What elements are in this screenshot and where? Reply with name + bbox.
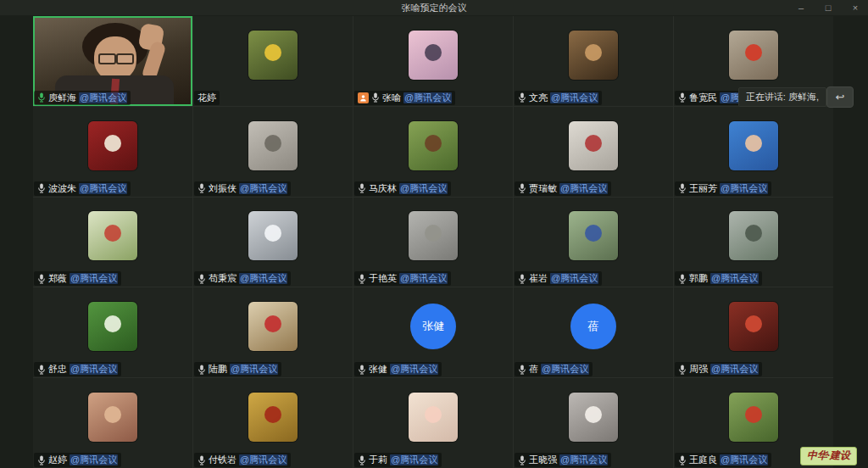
participant-label: 文亮@腾讯会议 bbox=[515, 91, 602, 105]
participant-label: 舒忠@腾讯会议 bbox=[34, 362, 121, 376]
participant-tile[interactable]: 蓓蓓@腾讯会议 bbox=[514, 287, 673, 377]
avatar-accent bbox=[585, 406, 602, 423]
participant-label: 刘振侠@腾讯会议 bbox=[194, 181, 291, 196]
microphone-icon bbox=[518, 92, 526, 103]
participant-tile[interactable]: 郭鹏@腾讯会议 bbox=[674, 198, 833, 287]
participant-suffix: @腾讯会议 bbox=[710, 273, 759, 284]
participant-tile[interactable]: 赵婷@腾讯会议 bbox=[33, 378, 192, 468]
participant-name: 蓓 bbox=[529, 364, 538, 375]
participant-name: 庾鲜海 bbox=[48, 92, 76, 103]
speaking-toast: 正在讲话: 庾鲜海, bbox=[738, 87, 826, 107]
participant-suffix: @腾讯会议 bbox=[399, 273, 448, 284]
participant-suffix: @腾讯会议 bbox=[230, 364, 278, 375]
participant-suffix: @腾讯会议 bbox=[399, 183, 448, 194]
participant-label: 张健@腾讯会议 bbox=[354, 362, 442, 376]
close-button[interactable]: × bbox=[849, 0, 861, 15]
participant-tile[interactable]: 王丽芳@腾讯会议 bbox=[674, 107, 833, 197]
participant-suffix: @腾讯会议 bbox=[550, 273, 598, 284]
avatar: 蓓 bbox=[570, 304, 616, 349]
participant-name: 王丽芳 bbox=[689, 183, 717, 194]
participant-tile[interactable]: 陆鹏@腾讯会议 bbox=[193, 287, 353, 377]
avatar bbox=[88, 121, 137, 170]
participant-suffix: @腾讯会议 bbox=[70, 273, 118, 284]
avatar bbox=[729, 31, 778, 80]
avatar-accent bbox=[745, 315, 762, 332]
participant-tile[interactable]: 张喻@腾讯会议 bbox=[353, 16, 513, 106]
microphone-icon bbox=[678, 183, 687, 193]
microphone-icon bbox=[37, 274, 46, 284]
minimize-button[interactable]: – bbox=[795, 0, 807, 15]
avatar bbox=[409, 31, 458, 80]
participant-tile[interactable]: 文亮@腾讯会议 bbox=[514, 16, 673, 106]
participant-name: 赵婷 bbox=[48, 454, 67, 465]
participant-tile[interactable]: 苟秉宸@腾讯会议 bbox=[193, 198, 353, 287]
participant-name: 张健 bbox=[369, 364, 387, 375]
participant-name: 付铁岩 bbox=[209, 454, 236, 465]
participant-tile[interactable]: 周强@腾讯会议 bbox=[674, 287, 833, 377]
participant-suffix: @腾讯会议 bbox=[239, 454, 287, 465]
participant-suffix: @腾讯会议 bbox=[79, 92, 127, 103]
avatar bbox=[729, 393, 778, 442]
participant-name: 刘振侠 bbox=[209, 183, 236, 194]
participant-label: 陆鹏@腾讯会议 bbox=[194, 362, 281, 376]
participant-label: 王晓强@腾讯会议 bbox=[515, 453, 611, 467]
participant-tile[interactable]: 崔岩@腾讯会议 bbox=[514, 198, 673, 287]
participant-tile[interactable]: 花婷 bbox=[193, 16, 353, 106]
avatar-accent bbox=[264, 44, 281, 61]
participant-tile[interactable]: 波波朱@腾讯会议 bbox=[33, 107, 192, 197]
participant-suffix: @腾讯会议 bbox=[720, 183, 768, 194]
avatar-accent bbox=[425, 406, 442, 423]
maximize-button[interactable]: □ bbox=[822, 0, 834, 15]
participant-tile[interactable]: 付铁岩@腾讯会议 bbox=[193, 378, 353, 468]
avatar-accent bbox=[745, 44, 762, 61]
title-bar: 张喻预定的会议 – □ × bbox=[0, 0, 868, 15]
participant-name: 苟秉宸 bbox=[209, 273, 236, 284]
meeting-stage: 庾鲜海@腾讯会议花婷张喻@腾讯会议文亮@腾讯会议鲁宽民@腾讯会议波波朱@腾讯会议… bbox=[0, 15, 868, 468]
participant-label: 周强@腾讯会议 bbox=[675, 362, 762, 376]
participant-label: 花婷 bbox=[194, 91, 220, 105]
participant-tile[interactable]: 张健张健@腾讯会议 bbox=[353, 287, 513, 377]
participant-name: 波波朱 bbox=[48, 183, 76, 194]
window-title: 张喻预定的会议 bbox=[402, 2, 467, 14]
avatar-accent bbox=[104, 315, 121, 332]
microphone-icon bbox=[358, 183, 366, 193]
participant-tile[interactable]: 于艳英@腾讯会议 bbox=[353, 198, 513, 287]
participant-label: 赵婷@腾讯会议 bbox=[34, 453, 121, 467]
avatar-accent bbox=[585, 135, 602, 152]
avatar bbox=[88, 211, 137, 260]
return-arrow-icon: ↩ bbox=[836, 91, 845, 103]
participant-suffix: @腾讯会议 bbox=[559, 454, 608, 465]
participant-tile[interactable]: 马庆林@腾讯会议 bbox=[353, 107, 513, 197]
meeting-window: 张喻预定的会议 – □ × 庾鲜海@腾讯会议花婷张喻@腾讯会议文亮@腾讯会议鲁宽… bbox=[0, 0, 868, 468]
participant-suffix: @腾讯会议 bbox=[720, 454, 768, 465]
participant-tile[interactable]: 贾瑞敏@腾讯会议 bbox=[514, 107, 673, 197]
microphone-icon bbox=[198, 274, 206, 284]
microphone-icon bbox=[358, 455, 366, 465]
avatar-accent bbox=[104, 406, 121, 423]
participant-tile[interactable]: 于莉@腾讯会议 bbox=[353, 378, 513, 468]
participant-label: 郑薇@腾讯会议 bbox=[34, 271, 121, 286]
participant-suffix: @腾讯会议 bbox=[710, 364, 759, 375]
avatar bbox=[248, 393, 298, 442]
participant-tile[interactable]: 刘振侠@腾讯会议 bbox=[193, 107, 353, 197]
avatar bbox=[248, 31, 298, 80]
participant-name: 贾瑞敏 bbox=[529, 183, 557, 194]
participant-label: 郭鹏@腾讯会议 bbox=[675, 271, 762, 286]
avatar-accent bbox=[264, 406, 281, 423]
microphone-icon bbox=[358, 274, 366, 284]
microphone-icon bbox=[198, 455, 206, 465]
return-arrow-button[interactable]: ↩ bbox=[826, 86, 854, 108]
participant-tile[interactable]: 庾鲜海@腾讯会议 bbox=[33, 16, 192, 106]
participant-tile[interactable]: 郑薇@腾讯会议 bbox=[33, 198, 192, 287]
participant-name: 王庭良 bbox=[689, 454, 717, 465]
participant-tile[interactable]: 王晓强@腾讯会议 bbox=[514, 378, 673, 468]
participant-grid: 庾鲜海@腾讯会议花婷张喻@腾讯会议文亮@腾讯会议鲁宽民@腾讯会议波波朱@腾讯会议… bbox=[33, 16, 833, 468]
microphone-icon bbox=[37, 183, 46, 193]
participant-tile[interactable]: 舒忠@腾讯会议 bbox=[33, 287, 192, 377]
participant-label: 于艳英@腾讯会议 bbox=[354, 271, 451, 286]
microphone-icon bbox=[678, 92, 687, 103]
participant-suffix: @腾讯会议 bbox=[239, 273, 287, 284]
participant-name: 文亮 bbox=[529, 92, 548, 103]
avatar bbox=[248, 121, 298, 170]
avatar bbox=[88, 302, 137, 351]
